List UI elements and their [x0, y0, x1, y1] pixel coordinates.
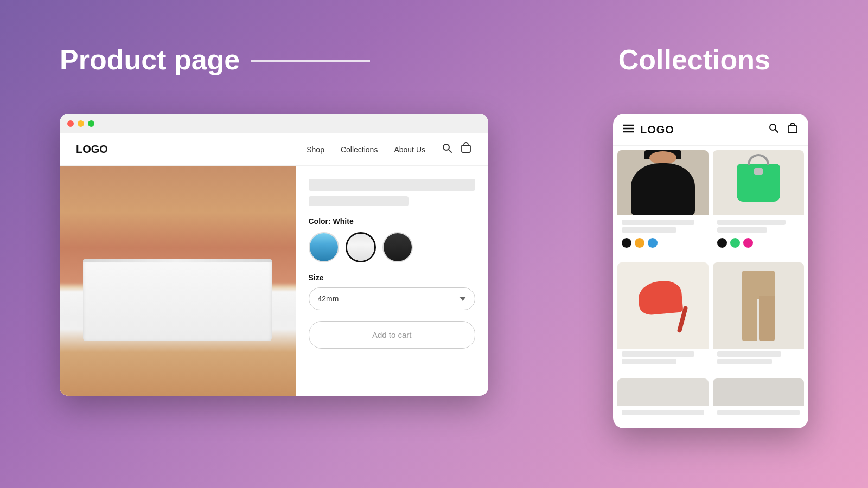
- pants-top-art: [742, 271, 775, 299]
- add-to-cart-button[interactable]: Add to cart: [309, 321, 476, 349]
- pants-art: [742, 271, 775, 341]
- white-swatch-art: [347, 234, 374, 261]
- collection-item-heels[interactable]: [617, 262, 709, 374]
- product-page-label: Product page: [60, 43, 370, 76]
- mobile-search-icon: [768, 123, 779, 133]
- size-select[interactable]: 42mm S M L XL: [309, 287, 476, 310]
- item-color-dots: [617, 236, 709, 252]
- mobile-search-button[interactable]: [768, 123, 779, 137]
- pants-left-art: [742, 296, 757, 342]
- color-swatch-white[interactable]: [346, 232, 376, 262]
- bag-handle-art: [748, 154, 769, 165]
- browser-titlebar: [60, 114, 488, 133]
- color-dot-green[interactable]: [730, 238, 740, 248]
- product-logo: LOGO: [76, 143, 108, 156]
- collection-item-sweater[interactable]: [617, 150, 709, 258]
- color-swatch-black[interactable]: [382, 232, 413, 262]
- placeholder-image-1: [617, 378, 709, 406]
- product-title-placeholder: [309, 179, 476, 191]
- product-content: Color: White Size 42mm S M: [60, 166, 488, 396]
- heels-image: [617, 262, 709, 349]
- product-image-section: [60, 166, 296, 396]
- browser-dot-maximize[interactable]: [88, 120, 94, 127]
- item-name-bar: [717, 351, 781, 357]
- color-dot-pink[interactable]: [743, 238, 753, 248]
- search-icon: [442, 143, 452, 153]
- browser-dot-close[interactable]: [67, 120, 74, 127]
- bag-art: [737, 164, 780, 202]
- color-dot-blue[interactable]: [648, 238, 658, 248]
- nav-icons: [442, 142, 472, 157]
- mobile-menu-icon[interactable]: [623, 124, 634, 136]
- product-details: Color: White Size 42mm S M: [296, 166, 489, 396]
- cart-icon: [460, 142, 472, 154]
- color-dot-black[interactable]: [622, 238, 631, 248]
- mobile-logo: LOGO: [640, 124, 674, 136]
- bag-image: [713, 150, 804, 215]
- mobile-cart-icon: [787, 123, 799, 134]
- color-dot-orange[interactable]: [635, 238, 644, 248]
- item-name-bar: [622, 351, 694, 357]
- nav-link-about[interactable]: About Us: [394, 145, 425, 154]
- svg-line-1: [449, 150, 452, 153]
- cart-button[interactable]: [460, 142, 472, 157]
- item-price-bar: [622, 227, 676, 233]
- browser-dot-minimize[interactable]: [78, 120, 84, 127]
- nav-link-collections[interactable]: Collections: [341, 145, 378, 154]
- collections-title: Collections: [618, 44, 770, 75]
- black-swatch-art: [384, 233, 412, 261]
- svg-rect-2: [462, 145, 470, 152]
- body-art: [631, 163, 695, 215]
- color-dot-black[interactable]: [717, 238, 727, 248]
- product-page-window: LOGO Shop Collections About Us: [60, 114, 488, 396]
- collections-mobile-window: LOGO: [613, 114, 808, 428]
- item-name-bar: [622, 410, 704, 415]
- item-price-bar: [717, 359, 772, 364]
- shorts-visual: [83, 259, 272, 341]
- collections-label: Collections: [618, 43, 770, 76]
- color-label: Color: White: [309, 217, 476, 226]
- collection-item-pants[interactable]: [713, 262, 804, 374]
- title-line-decoration: [251, 60, 370, 62]
- product-price-placeholder: [309, 196, 409, 206]
- head-art: [649, 151, 676, 164]
- item-color-dots: [713, 236, 804, 252]
- product-nav-links: Shop Collections About Us: [307, 145, 425, 154]
- heel-art: [639, 279, 687, 333]
- hamburger-icon: [623, 124, 634, 133]
- mobile-cart-button[interactable]: [787, 123, 799, 137]
- item-name-bar: [622, 220, 694, 225]
- svg-rect-8: [788, 126, 797, 133]
- color-swatch-blue[interactable]: [309, 232, 339, 262]
- sweater-image: [617, 150, 709, 215]
- product-page-title: Product page: [60, 43, 240, 76]
- blue-swatch-art: [310, 233, 338, 261]
- collection-item-placeholder-2[interactable]: [713, 378, 804, 423]
- collection-item-bag[interactable]: [713, 150, 804, 258]
- item-name-bar: [717, 220, 786, 225]
- item-price-bar: [717, 227, 767, 233]
- placeholder-image-2: [713, 378, 804, 406]
- color-swatches: [309, 232, 476, 262]
- product-photo: [60, 166, 296, 396]
- waistband-visual: [83, 259, 272, 262]
- size-label: Size: [309, 273, 476, 282]
- search-button[interactable]: [442, 143, 452, 156]
- product-nav: LOGO Shop Collections About Us: [60, 133, 488, 166]
- bag-clasp-art: [754, 168, 763, 175]
- item-price-bar: [622, 359, 676, 364]
- svg-line-7: [775, 130, 778, 133]
- item-name-bar: [717, 410, 800, 415]
- collections-grid: [613, 146, 808, 428]
- collection-item-placeholder-1[interactable]: [617, 378, 709, 423]
- pants-image: [713, 262, 804, 349]
- pants-right-art: [760, 296, 775, 342]
- mobile-nav: LOGO: [613, 114, 808, 146]
- heel-upper-art: [637, 280, 684, 316]
- mobile-nav-icons: [768, 123, 799, 137]
- nav-link-shop[interactable]: Shop: [307, 145, 324, 154]
